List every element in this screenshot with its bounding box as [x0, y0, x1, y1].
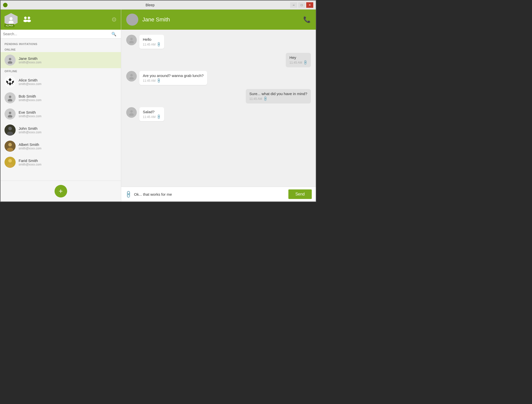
settings-icon[interactable]: ⚙	[111, 16, 117, 23]
message-row-5: Salad? 11:45 AM 🔗	[126, 107, 311, 121]
message-time-4: 11:45 AM	[249, 97, 262, 101]
contact-avatar-jane	[5, 55, 16, 66]
svg-point-24	[7, 148, 13, 152]
link-icon-4: 🔗	[262, 96, 268, 102]
contact-item-bob[interactable]: Bob Smith smith@xxxx.com	[1, 90, 121, 106]
sidebar-footer: +	[1, 181, 121, 201]
chat-input[interactable]	[134, 192, 286, 196]
call-icon[interactable]: 📞	[303, 16, 311, 23]
attachment-icon[interactable]: 🔗	[124, 190, 133, 199]
offline-section-header: OFFLINE	[1, 68, 121, 74]
svg-point-4	[28, 17, 30, 19]
svg-point-21	[7, 132, 13, 136]
msg-avatar-1	[126, 35, 137, 45]
contact-name-jane: Jane Smith	[19, 56, 117, 61]
title-bar: Bleep – □ ✕	[1, 1, 316, 10]
contact-name-john: John Smith	[19, 126, 117, 131]
contact-info-jane: Jane Smith smith@xxxx.com	[19, 56, 117, 64]
msg-person-icon-1	[128, 37, 135, 43]
message-meta-4: 11:45 AM 🔗	[249, 97, 307, 101]
link-icon-2: 🔗	[302, 60, 308, 65]
contact-item-farid[interactable]: Farid Smith smith@xxxx.com	[1, 154, 121, 170]
message-time-3: 11:45 AM	[143, 79, 156, 83]
contact-avatar-john	[5, 125, 16, 136]
contact-email-john: smith@xxxx.com	[19, 131, 117, 134]
online-section-header: ONLINE	[1, 47, 121, 52]
svg-point-30	[130, 38, 133, 40]
contact-item-jane[interactable]: Jane Smith smith@xxxx.com	[1, 52, 121, 68]
chat-area: Jane Smith 📞 Hello 11:	[121, 10, 316, 201]
contact-name-eve: Eve Smith	[19, 110, 117, 114]
contact-item-alice[interactable]: Alice Smith smith@xxxx.com	[1, 74, 121, 90]
close-button[interactable]: ✕	[306, 2, 313, 8]
contact-name-alice: Alice Smith	[19, 78, 117, 82]
msg-avatar-3	[126, 71, 137, 82]
app-title: Bleep	[10, 3, 290, 7]
message-meta-3: 11:45 AM 🔗	[143, 79, 204, 83]
svg-point-27	[7, 164, 13, 168]
message-bubble-1: Hello 11:45 AM 🔗	[139, 35, 164, 49]
link-icon-3: 🔗	[156, 78, 161, 84]
message-time-1: 11:45 AM	[143, 43, 156, 46]
contact-email-alice: smith@xxxx.com	[19, 82, 117, 86]
minimize-button[interactable]: –	[290, 2, 297, 8]
message-bubble-2: Hey 11:45 AM 🔗	[286, 53, 311, 67]
svg-point-23	[8, 143, 12, 146]
contacts-svg	[23, 15, 32, 22]
main-content: ALPHA ⚙ 🔍 P	[1, 10, 316, 201]
svg-point-2	[24, 17, 27, 19]
soccer-ball-icon	[5, 77, 15, 87]
msg-avatar-5	[126, 107, 137, 118]
svg-point-20	[8, 127, 12, 130]
message-meta-5: 11:45 AM 🔗	[143, 115, 161, 119]
link-icon-5: 🔗	[156, 114, 161, 120]
svg-point-3	[23, 20, 27, 22]
search-icon: 🔍	[111, 32, 116, 36]
person-icon	[7, 57, 14, 64]
svg-point-16	[8, 99, 12, 101]
message-text-3: Are you around? wanna grab lunch?	[143, 73, 204, 78]
contact-item-john[interactable]: John Smith smith@xxxx.com	[1, 122, 121, 138]
sidebar: ALPHA ⚙ 🔍 P	[1, 10, 121, 201]
message-text-2: Hey	[289, 55, 307, 60]
sidebar-header: ALPHA ⚙	[1, 10, 121, 30]
send-button[interactable]: Send	[288, 189, 312, 199]
message-time-2: 11:45 AM	[289, 61, 302, 64]
messages-container: Hello 11:45 AM 🔗 Hey 11:45 AM 🔗	[121, 30, 316, 187]
add-contact-button[interactable]: +	[55, 185, 67, 197]
msg-person-icon-5	[128, 109, 135, 116]
contact-email-bob: smith@xxxx.com	[19, 98, 117, 102]
contact-avatar-farid	[5, 157, 16, 168]
message-text-5: Salad?	[143, 110, 161, 114]
svg-point-6	[9, 58, 11, 60]
svg-point-28	[131, 17, 134, 20]
contact-info-john: John Smith smith@xxxx.com	[19, 126, 117, 134]
search-input[interactable]	[3, 32, 118, 36]
svg-point-0	[10, 17, 13, 20]
chat-header: Jane Smith 📞	[121, 10, 316, 30]
person-icon-john	[5, 125, 16, 136]
contact-item-eve[interactable]: Eve Smith smith@xxxx.com	[1, 106, 121, 122]
svg-point-31	[129, 41, 134, 43]
window-controls: – □ ✕	[290, 2, 313, 8]
contact-name-farid: Farid Smith	[19, 158, 117, 163]
svg-point-5	[27, 20, 31, 22]
maximize-button[interactable]: □	[298, 2, 305, 8]
message-time-5: 11:45 AM	[143, 115, 156, 119]
contact-email-albert: smith@xxxx.com	[19, 147, 117, 150]
contact-info-albert: Albert Smith smith@xxxx.com	[19, 142, 117, 150]
contact-email-eve: smith@xxxx.com	[19, 114, 117, 118]
chat-avatar-icon	[128, 16, 136, 24]
chat-input-area: 🔗 Send	[121, 187, 316, 201]
contacts-icon[interactable]	[23, 15, 32, 24]
contact-avatar-eve	[5, 108, 16, 119]
search-container: 🔍	[1, 30, 121, 38]
link-icon-1: 🔗	[156, 42, 161, 47]
contact-email-jane: smith@xxxx.com	[19, 61, 117, 64]
contact-avatar-albert	[5, 141, 16, 152]
contact-item-albert[interactable]: Albert Smith smith@xxxx.com	[1, 138, 121, 154]
window-dot	[3, 3, 8, 7]
svg-point-33	[129, 77, 134, 79]
message-meta-1: 11:45 AM 🔗	[143, 43, 161, 46]
svg-point-7	[8, 61, 12, 64]
